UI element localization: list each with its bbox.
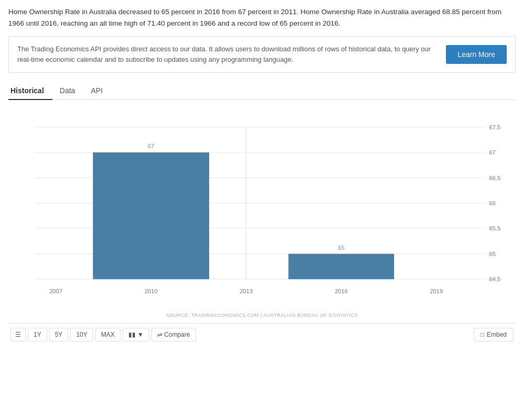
svg-text:66.5: 66.5 xyxy=(489,175,501,181)
bar-2010 xyxy=(93,153,209,280)
embed-icon: □ xyxy=(481,331,484,338)
tab-api[interactable]: API xyxy=(89,82,111,100)
svg-text:2013: 2013 xyxy=(239,289,253,295)
svg-text:66: 66 xyxy=(489,200,496,206)
svg-text:2007: 2007 xyxy=(49,289,62,295)
page-container: Home Ownership Rate in Australia decreas… xyxy=(0,0,524,352)
chart-source: SOURCE: TRADINGECONOMICS.COM | AUSTRALIA… xyxy=(8,313,516,318)
tabs-bar: Historical Data API xyxy=(8,82,516,100)
list-view-button[interactable]: ☰ xyxy=(10,328,26,341)
tab-historical[interactable]: Historical xyxy=(8,82,52,100)
chart-type-button[interactable]: ▮▮ ▼ xyxy=(123,328,149,341)
svg-text:65: 65 xyxy=(338,245,344,251)
svg-text:64.5: 64.5 xyxy=(489,277,501,283)
svg-text:67: 67 xyxy=(489,150,496,156)
compare-button[interactable]: ⇌ Compare xyxy=(151,328,196,341)
svg-text:2016: 2016 xyxy=(335,289,348,295)
api-banner: The Trading Economics API provides direc… xyxy=(8,36,516,73)
svg-text:2019: 2019 xyxy=(430,289,443,295)
svg-text:65: 65 xyxy=(489,251,496,257)
bar-chart: 67.5 67 66.5 66 65.5 65 64.5 2007 2010 2… xyxy=(8,109,516,308)
learn-more-button[interactable]: Learn More xyxy=(446,45,507,64)
tab-data[interactable]: Data xyxy=(58,82,84,100)
5y-button[interactable]: 5Y xyxy=(49,328,69,341)
svg-text:67: 67 xyxy=(148,143,154,150)
1y-button[interactable]: 1Y xyxy=(28,328,47,341)
api-banner-text: The Trading Economics API provides direc… xyxy=(17,44,435,65)
description-text: Home Ownership Rate in Australia decreas… xyxy=(8,6,516,29)
10y-button[interactable]: 10Y xyxy=(70,328,93,341)
embed-label: Embed xyxy=(487,331,507,338)
embed-button[interactable]: □ Embed xyxy=(474,328,514,341)
bar-2016 xyxy=(288,254,394,279)
max-button[interactable]: MAX xyxy=(95,328,121,341)
svg-text:2010: 2010 xyxy=(145,289,158,295)
svg-text:65.5: 65.5 xyxy=(489,226,501,232)
chart-toolbar: ☰ 1Y 5Y 10Y MAX ▮▮ ▼ ⇌ Compare □ Embed xyxy=(8,323,516,346)
svg-text:67.5: 67.5 xyxy=(489,124,501,130)
chart-area: 67.5 67 66.5 66 65.5 65 64.5 2007 2010 2… xyxy=(8,109,516,308)
